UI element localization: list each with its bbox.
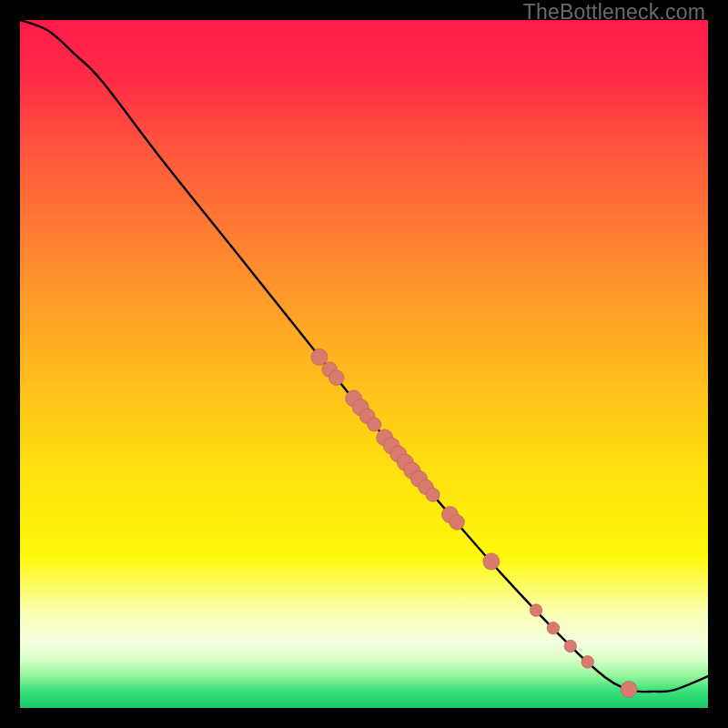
curve-marker	[368, 418, 381, 431]
curve-marker	[564, 640, 577, 652]
curve-marker	[483, 553, 500, 570]
curve-markers	[311, 349, 637, 697]
curve-marker	[530, 604, 542, 617]
curve-marker	[547, 622, 560, 635]
bottleneck-curve	[20, 20, 708, 692]
curve-marker	[426, 488, 440, 501]
curve-marker	[621, 682, 637, 698]
chart-curve-layer	[20, 20, 708, 708]
watermark-text: TheBottleneck.com	[523, 0, 705, 25]
curve-marker	[311, 349, 328, 365]
curve-marker	[581, 656, 594, 669]
curve-marker	[329, 370, 344, 386]
chart-frame	[20, 20, 708, 708]
curve-marker	[450, 515, 465, 531]
